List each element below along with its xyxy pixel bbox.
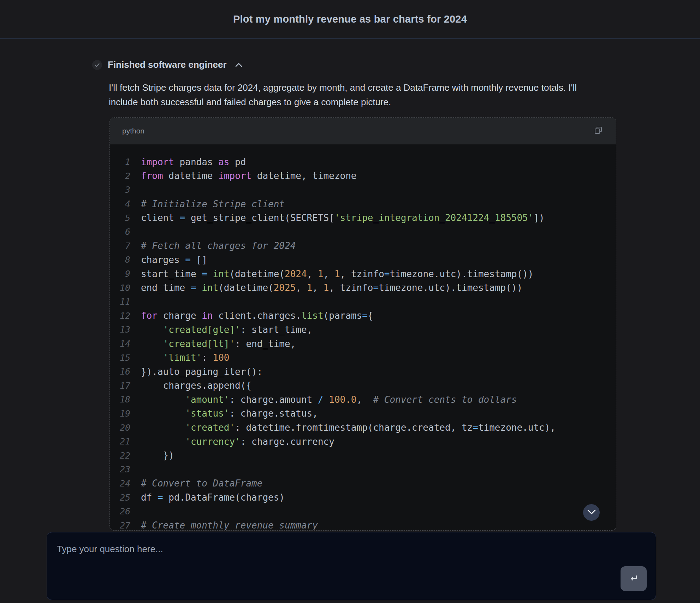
code-line: 21 'currency': charge.currency [110, 435, 616, 449]
code-text: start_time = int(datetime(2024, 1, 1, tz… [141, 269, 533, 279]
code-text: # Create monthly revenue summary [141, 520, 318, 531]
line-number: 12 [110, 311, 130, 321]
line-number: 27 [110, 520, 130, 531]
code-line: 4# Initialize Stripe client [110, 197, 616, 211]
assistant-message: I'll fetch Stripe charges data for 2024,… [109, 80, 607, 109]
code-line: 15 'limit': 100 [110, 351, 616, 365]
line-number: 3 [110, 185, 130, 195]
composer [47, 532, 656, 600]
line-number: 8 [110, 255, 130, 265]
code-line: 3 [110, 183, 616, 197]
line-number: 20 [110, 423, 130, 433]
code-text: # Initialize Stripe client [141, 199, 285, 209]
code-line: 6 [110, 225, 616, 239]
line-number: 10 [110, 283, 130, 293]
code-line: 1import pandas as pd [110, 155, 616, 169]
line-number: 13 [110, 324, 130, 335]
code-text: # Fetch all charges for 2024 [141, 240, 296, 251]
chevron-up-icon [235, 63, 242, 67]
line-number: 23 [110, 464, 130, 474]
code-line: 23 [110, 462, 616, 477]
code-text: 'currency': charge.currency [141, 436, 334, 447]
line-number: 25 [110, 492, 130, 503]
code-text: from datetime import datetime, timezone [141, 171, 357, 181]
status-toggle[interactable]: Finished software engineer [92, 59, 242, 70]
code-text: end_time = int(datetime(2025, 1, 1, tzin… [141, 282, 522, 293]
line-number: 5 [110, 213, 130, 223]
code-line: 10end_time = int(datetime(2025, 1, 1, tz… [110, 281, 616, 295]
copy-icon [594, 126, 603, 136]
code-line: 25df = pd.DataFrame(charges) [110, 490, 616, 505]
line-number: 17 [110, 381, 130, 391]
code-text: 'created[lt]': end_time, [141, 339, 296, 349]
code-line: 9start_time = int(datetime(2024, 1, 1, t… [110, 267, 616, 281]
line-number: 2 [110, 171, 130, 181]
code-text: # Convert to DataFrame [141, 478, 262, 489]
page-header: Plot my monthly revenue as bar charts fo… [0, 0, 700, 39]
scroll-to-bottom-button[interactable] [583, 504, 600, 521]
return-arrow-icon [628, 573, 639, 585]
code-text: charges = [] [141, 255, 207, 265]
code-line: 13 'created[gte]': start_time, [110, 323, 616, 337]
code-text: 'limit': 100 [141, 352, 229, 363]
status-label: Finished software engineer [108, 59, 227, 70]
line-number: 9 [110, 269, 130, 279]
check-circle-icon [92, 60, 102, 70]
line-number: 14 [110, 339, 130, 349]
code-line: 14 'created[lt]': end_time, [110, 337, 616, 351]
code-line: 27# Create monthly revenue summary [110, 518, 616, 531]
line-number: 4 [110, 199, 130, 209]
line-number: 1 [110, 157, 130, 167]
app-window: Plot my monthly revenue as bar charts fo… [0, 0, 700, 603]
code-text: 'created[gte]': start_time, [141, 324, 312, 335]
code-line: 2from datetime import datetime, timezone [110, 169, 616, 183]
code-line: 7# Fetch all charges for 2024 [110, 239, 616, 253]
code-text: for charge in client.charges.list(params… [141, 310, 373, 321]
line-number: 15 [110, 353, 130, 363]
code-block: python 1import pandas as pd2from datetim… [109, 117, 616, 531]
code-language-label: python [122, 127, 144, 135]
code-line: 11 [110, 295, 616, 309]
code-text: client = get_stripe_client(SECRETS['stri… [141, 213, 545, 223]
code-line: 12for charge in client.charges.list(para… [110, 309, 616, 323]
code-line: 26 [110, 505, 616, 519]
send-button[interactable] [621, 566, 647, 591]
line-number: 7 [110, 241, 130, 251]
code-body[interactable]: 1import pandas as pd2from datetime impor… [110, 144, 616, 531]
line-number: 26 [110, 506, 130, 517]
code-text: 'status': charge.status, [141, 408, 318, 419]
code-text: 'created': datetime.fromtimestamp(charge… [141, 422, 556, 433]
code-line: 22 }) [110, 448, 616, 462]
code-line: 16}).auto_paging_iter(): [110, 365, 616, 379]
code-text: import pandas as pd [141, 157, 246, 167]
code-text: }) [141, 450, 174, 461]
code-line: 19 'status': charge.status, [110, 407, 616, 421]
code-line: 5client = get_stripe_client(SECRETS['str… [110, 211, 616, 225]
code-text: }).auto_paging_iter(): [141, 366, 262, 377]
code-line: 8charges = [] [110, 253, 616, 267]
line-number: 21 [110, 436, 130, 447]
code-line: 17 charges.append({ [110, 379, 616, 393]
code-text: charges.append({ [141, 380, 251, 391]
code-block-header: python [110, 118, 616, 144]
code-text: df = pd.DataFrame(charges) [141, 492, 285, 503]
line-number: 6 [110, 227, 130, 237]
page-title: Plot my monthly revenue as bar charts fo… [233, 13, 467, 25]
question-input[interactable] [47, 532, 656, 600]
line-number: 16 [110, 366, 130, 377]
code-line: 20 'created': datetime.fromtimestamp(cha… [110, 420, 616, 435]
line-number: 19 [110, 408, 130, 419]
code-text: 'amount': charge.amount / 100.0, # Conve… [141, 394, 517, 405]
chevron-down-icon [587, 509, 596, 515]
copy-code-button[interactable] [594, 126, 603, 136]
line-number: 18 [110, 394, 130, 405]
line-number: 22 [110, 450, 130, 461]
code-line: 18 'amount': charge.amount / 100.0, # Co… [110, 393, 616, 407]
code-line: 24# Convert to DataFrame [110, 477, 616, 491]
line-number: 11 [110, 297, 130, 307]
line-number: 24 [110, 478, 130, 489]
